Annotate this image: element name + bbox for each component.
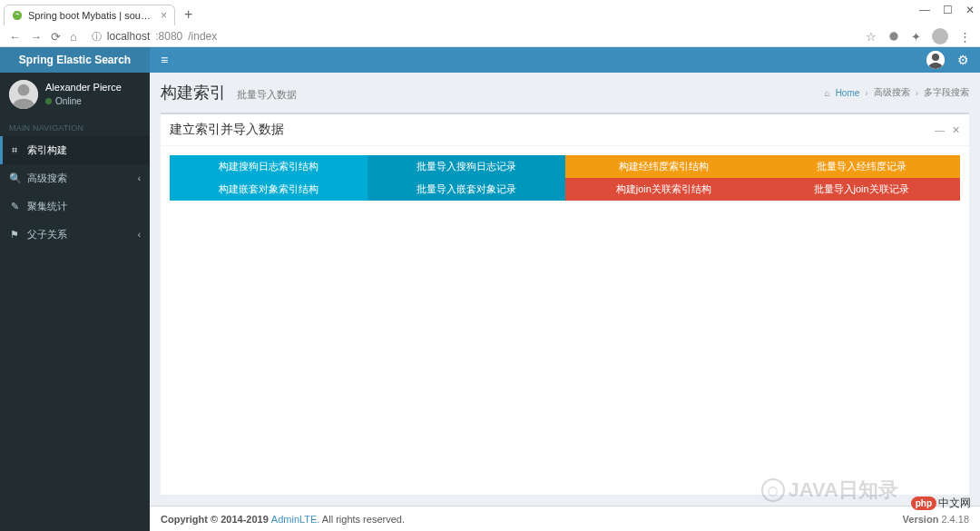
url-path: /index bbox=[188, 30, 217, 43]
hamburger-icon[interactable]: ≡ bbox=[161, 53, 168, 67]
favicon-icon bbox=[12, 10, 23, 21]
nav-header: MAIN NAVIGATION bbox=[0, 116, 150, 136]
search-icon: 🔍 bbox=[9, 172, 20, 184]
star-icon[interactable]: ☆ bbox=[866, 30, 877, 44]
reload-icon[interactable]: ⟳ bbox=[51, 30, 61, 44]
box-title: 建立索引并导入数据 bbox=[170, 122, 284, 138]
content: 建立索引并导入数据 — ✕ 构建搜狗日志索引结构 批量导入搜狗日志记录 构建经纬… bbox=[150, 113, 980, 506]
breadcrumb-sep: › bbox=[865, 88, 867, 98]
brand[interactable]: Spring Elastic Search bbox=[0, 47, 150, 73]
sidebar-item-label: 索引构建 bbox=[27, 143, 67, 157]
content-header: 构建索引 批量导入数据 ⌂ Home › 高级搜索 › 多字段搜索 bbox=[150, 73, 980, 113]
app: Spring Elastic Search Alexander Pierce O… bbox=[0, 47, 980, 531]
topbar-right: ⚙ bbox=[926, 51, 969, 69]
url-input[interactable]: ⓘ localhost:8080/index bbox=[86, 28, 857, 45]
tab-bar: Spring boot Mybatis | sougou... × + bbox=[0, 0, 980, 25]
chevron-left-icon: ‹ bbox=[138, 173, 141, 183]
svg-point-2 bbox=[18, 84, 30, 96]
collapse-icon[interactable]: — bbox=[935, 124, 945, 136]
user-panel: Alexander Pierce Online bbox=[0, 73, 150, 116]
chevron-left-icon: ‹ bbox=[138, 230, 141, 240]
build-nested-index-button[interactable]: 构建嵌套对象索引结构 bbox=[170, 178, 368, 201]
main: ≡ ⚙ 构建索引 批量导入数据 ⌂ Home › 高级搜索 › 多字段搜索 bbox=[150, 47, 980, 531]
user-status: Online bbox=[45, 95, 122, 108]
menu-dots-icon[interactable]: ⋮ bbox=[959, 30, 971, 44]
avatar[interactable] bbox=[9, 80, 38, 109]
browser-chrome: — ☐ ✕ Spring boot Mybatis | sougou... × … bbox=[0, 0, 980, 47]
address-bar: ← → ⟳ ⌂ ⓘ localhost:8080/index ☆ ✦ ⋮ bbox=[0, 25, 980, 47]
window-minimize[interactable]: — bbox=[919, 4, 930, 16]
button-row-1: 构建搜狗日志索引结构 批量导入搜狗日志记录 构建经纬度索引结构 批量导入经纬度记… bbox=[170, 155, 960, 178]
footer-brand-link[interactable]: AdminLTE. bbox=[271, 514, 320, 525]
window-controls: — ☐ ✕ bbox=[919, 4, 975, 16]
new-tab-button[interactable]: + bbox=[179, 6, 198, 23]
profile-avatar-icon[interactable] bbox=[932, 28, 948, 44]
flag-icon: ⚑ bbox=[9, 229, 20, 241]
tab-title: Spring boot Mybatis | sougou... bbox=[28, 10, 155, 21]
breadcrumb-l1[interactable]: 高级搜索 bbox=[874, 86, 910, 99]
home-icon: ⌂ bbox=[825, 88, 830, 98]
sidebar-item-parent-child[interactable]: ⚑ 父子关系 ‹ bbox=[0, 221, 150, 249]
close-icon[interactable]: ✕ bbox=[952, 124, 960, 136]
sidebar-item-label: 聚集统计 bbox=[27, 200, 67, 213]
url-port: :8080 bbox=[155, 30, 182, 43]
footer: Copyright © 2014-2019 AdminLTE. All righ… bbox=[150, 506, 980, 531]
box: 建立索引并导入数据 — ✕ 构建搜狗日志索引结构 批量导入搜狗日志记录 构建经纬… bbox=[161, 113, 969, 495]
sidebar-item-label: 父子关系 bbox=[27, 228, 67, 241]
svg-point-4 bbox=[932, 54, 939, 61]
version-value: 2.4.18 bbox=[938, 514, 969, 525]
box-header: 建立索引并导入数据 — ✕ bbox=[161, 114, 969, 146]
window-maximize[interactable]: ☐ bbox=[943, 4, 953, 16]
page-title: 构建索引 bbox=[161, 82, 226, 103]
status-dot-icon bbox=[45, 98, 52, 104]
box-tools: — ✕ bbox=[935, 124, 960, 136]
url-host: localhost bbox=[107, 30, 150, 43]
content-header-left: 构建索引 批量导入数据 bbox=[161, 82, 297, 103]
import-sougou-records-button[interactable]: 批量导入搜狗日志记录 bbox=[368, 155, 565, 178]
svg-point-0 bbox=[889, 32, 897, 40]
topbar-avatar[interactable] bbox=[926, 51, 945, 69]
back-icon[interactable]: ← bbox=[9, 30, 21, 44]
box-body: 构建搜狗日志索引结构 批量导入搜狗日志记录 构建经纬度索引结构 批量导入经纬度记… bbox=[161, 146, 969, 495]
breadcrumb-home[interactable]: Home bbox=[836, 88, 860, 98]
build-sougou-index-button[interactable]: 构建搜狗日志索引结构 bbox=[170, 155, 368, 178]
footer-suffix: All rights reserved. bbox=[319, 514, 405, 525]
breadcrumb-sep: › bbox=[916, 88, 918, 98]
sidebar-item-advanced-search[interactable]: 🔍 高级搜索 ‹ bbox=[0, 164, 150, 192]
import-geo-records-button[interactable]: 批量导入经纬度记录 bbox=[762, 155, 960, 178]
copyright-label: Copyright © 2014-2019 bbox=[161, 514, 271, 525]
tab-close-icon[interactable]: × bbox=[161, 9, 167, 22]
build-geo-index-button[interactable]: 构建经纬度索引结构 bbox=[565, 155, 763, 178]
breadcrumb-l2: 多字段搜索 bbox=[924, 86, 969, 99]
version-label: Version bbox=[903, 514, 939, 525]
footer-left: Copyright © 2014-2019 AdminLTE. All righ… bbox=[161, 514, 405, 525]
import-nested-records-button[interactable]: 批量导入嵌套对象记录 bbox=[368, 178, 565, 201]
sidebar-item-label: 高级搜索 bbox=[27, 172, 67, 185]
footer-right: Version 2.4.18 bbox=[903, 514, 969, 525]
gear-icon[interactable]: ⚙ bbox=[957, 53, 969, 67]
build-join-index-button[interactable]: 构建join关联索引结构 bbox=[565, 178, 763, 201]
extension-icon[interactable] bbox=[887, 30, 900, 43]
button-row-2: 构建嵌套对象索引结构 批量导入嵌套对象记录 构建join关联索引结构 批量导入j… bbox=[170, 178, 960, 201]
home-icon[interactable]: ⌂ bbox=[70, 30, 77, 44]
import-join-records-button[interactable]: 批量导入join关联记录 bbox=[762, 178, 960, 201]
sidebar-item-index-build[interactable]: ⌗ 索引构建 bbox=[0, 136, 150, 164]
status-text: Online bbox=[55, 95, 82, 108]
page-subtitle: 批量导入数据 bbox=[237, 88, 297, 102]
topbar: ≡ ⚙ bbox=[150, 47, 980, 73]
sidebar-item-aggregation[interactable]: ✎ 聚集统计 bbox=[0, 192, 150, 221]
browser-tab[interactable]: Spring boot Mybatis | sougou... × bbox=[4, 5, 175, 25]
user-name: Alexander Pierce bbox=[45, 81, 122, 94]
extensions-puzzle-icon[interactable]: ✦ bbox=[911, 30, 921, 44]
forward-icon[interactable]: → bbox=[30, 30, 42, 44]
grid-icon: ⌗ bbox=[9, 144, 20, 156]
user-info: Alexander Pierce Online bbox=[45, 81, 122, 107]
edit-icon: ✎ bbox=[9, 201, 20, 212]
breadcrumb: ⌂ Home › 高级搜索 › 多字段搜索 bbox=[825, 86, 969, 99]
window-close[interactable]: ✕ bbox=[965, 4, 975, 16]
sidebar: Spring Elastic Search Alexander Pierce O… bbox=[0, 47, 150, 531]
site-info-icon[interactable]: ⓘ bbox=[92, 30, 102, 44]
toolbar-right: ☆ ✦ ⋮ bbox=[866, 28, 971, 44]
